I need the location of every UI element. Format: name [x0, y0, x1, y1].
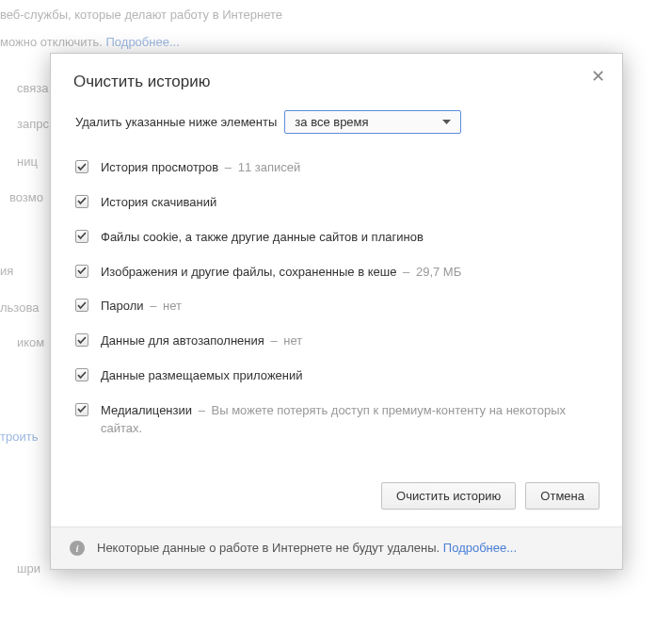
dialog-body: Удалить указанные ниже элементы за все в… [51, 106, 622, 465]
clear-history-dialog: Очистить историю ✕ Удалить указанные ниж… [50, 53, 623, 570]
checkbox[interactable] [75, 265, 88, 278]
dialog-title: Очистить историю [73, 73, 600, 91]
checkbox[interactable] [75, 403, 88, 416]
checkbox[interactable] [75, 333, 88, 347]
info-icon: i [70, 541, 85, 556]
bg-text: иком [17, 333, 44, 353]
bg-text: возмо [9, 188, 43, 208]
bg-link: Подробнее... [106, 35, 180, 49]
info-text: Некоторые данные о работе в Интернете не… [97, 541, 517, 555]
bg-text: шри [17, 559, 40, 579]
checkbox[interactable] [75, 368, 88, 381]
time-range-select[interactable]: за все время [284, 110, 461, 134]
delete-range-row: Удалить указанные ниже элементы за все в… [75, 110, 598, 134]
check-row-cookies: Файлы cookie, а также другие данные сайт… [75, 220, 598, 255]
check-row-hosted-apps: Данные размещаемых приложений [75, 359, 598, 394]
check-label: История скачиваний [101, 194, 216, 212]
check-label: Медиалицензии – Вы можете потерять досту… [101, 402, 598, 438]
check-label: Файлы cookie, а также другие данные сайт… [101, 229, 424, 247]
info-link[interactable]: Подробнее... [443, 541, 517, 555]
check-row-downloads: История скачиваний [75, 186, 598, 220]
info-bar: i Некоторые данные о работе в Интернете … [51, 527, 622, 569]
select-value: за все время [295, 115, 368, 129]
bg-text: можно отключить. Подробнее... [0, 33, 180, 53]
check-label: Пароли – нет [101, 298, 182, 316]
dialog-header: Очистить историю ✕ [51, 54, 622, 106]
bg-text: ниц [17, 153, 38, 172]
check-row-cache: Изображения и другие файлы, сохраненные … [75, 255, 598, 290]
cancel-button[interactable]: Отмена [525, 482, 600, 510]
checkbox[interactable] [75, 195, 88, 208]
checkbox[interactable] [75, 160, 88, 173]
check-row-media-licenses: Медиалицензии – Вы можете потерять досту… [75, 394, 598, 446]
check-row-browsing: История просмотров – 11 записей [75, 151, 598, 186]
bg-text: льзова [0, 299, 39, 318]
checkbox[interactable] [75, 299, 88, 312]
bg-text: запрс [17, 115, 49, 135]
check-label: Данные размещаемых приложений [101, 367, 303, 385]
bg-text: связа [17, 79, 49, 99]
bg-text: троить [0, 428, 38, 447]
chevron-down-icon [442, 120, 451, 124]
check-row-autofill: Данные для автозаполнения – нет [75, 324, 598, 359]
checkbox[interactable] [75, 230, 88, 243]
dialog-footer: Очистить историю Отмена [51, 465, 622, 527]
clear-button[interactable]: Очистить историю [381, 482, 516, 510]
check-row-passwords: Пароли – нет [75, 289, 598, 324]
check-label: Изображения и другие файлы, сохраненные … [101, 264, 461, 282]
close-icon[interactable]: ✕ [586, 65, 609, 88]
check-label: История просмотров – 11 записей [101, 159, 300, 177]
bg-text: веб-службы, которые делают работу в Инте… [0, 6, 282, 25]
delete-label: Удалить указанные ниже элементы [75, 115, 277, 129]
check-label: Данные для автозаполнения – нет [101, 332, 302, 350]
bg-text: ия [0, 262, 13, 282]
